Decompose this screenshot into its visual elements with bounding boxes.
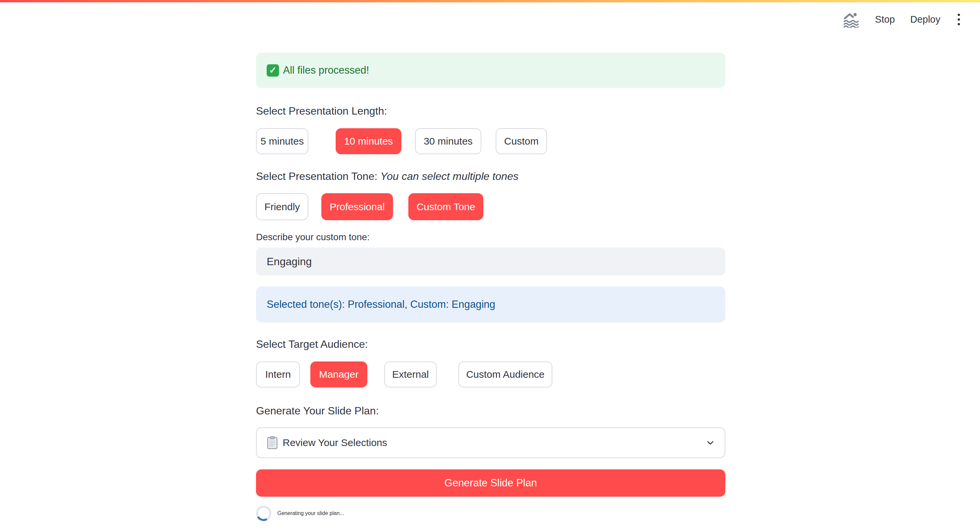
deploy-button[interactable]: Deploy (910, 14, 940, 25)
tone-options: Friendly Professional Custom Tone (256, 193, 725, 220)
check-icon: ✓ (267, 64, 279, 77)
spinner-text: Generating your slide plan... (277, 510, 344, 516)
length-option-30-minutes[interactable]: 30 minutes (415, 128, 481, 154)
length-option-5-minutes[interactable]: 5 minutes (256, 128, 308, 154)
tone-option-custom-tone[interactable]: Custom Tone (408, 193, 483, 220)
review-selections-expander[interactable]: Review Your Selections (256, 427, 725, 458)
clipboard-icon (267, 436, 278, 449)
kebab-menu-icon[interactable] (956, 12, 962, 27)
swimmer-icon (843, 11, 860, 28)
info-alert: Selected tone(s): Professional, Custom: … (256, 287, 725, 322)
audience-option-manager[interactable]: Manager (310, 361, 368, 387)
plan-label: Generate Your Slide Plan: (256, 403, 725, 418)
audience-option-external[interactable]: External (384, 361, 437, 387)
length-label: Select Presentation Length: (256, 103, 725, 119)
audience-label: Select Target Audience: (256, 336, 725, 352)
length-option-custom[interactable]: Custom (496, 128, 547, 154)
audience-options: Intern Manager External Custom Audience (256, 361, 725, 387)
spinner-icon (255, 504, 273, 523)
spinner-status: Generating your slide plan... (256, 504, 725, 523)
main-content: ✓ All files processed! Select Presentati… (256, 0, 725, 531)
chevron-down-icon (705, 437, 716, 449)
stop-button[interactable]: Stop (875, 14, 895, 25)
expander-label: Review Your Selections (283, 437, 387, 449)
success-alert: ✓ All files processed! (256, 52, 725, 88)
tone-option-professional[interactable]: Professional (321, 193, 393, 220)
custom-tone-label: Describe your custom tone: (256, 231, 725, 243)
generate-slide-plan-button[interactable]: Generate Slide Plan (256, 469, 725, 497)
tone-label: Select Presentation Tone: You can select… (256, 168, 725, 184)
audience-option-intern[interactable]: Intern (256, 361, 300, 387)
length-option-10-minutes[interactable]: 10 minutes (336, 128, 401, 154)
tone-label-note: You can select multiple tones (380, 170, 518, 182)
length-options: 5 minutes 10 minutes 30 minutes Custom (256, 128, 725, 154)
tone-label-text: Select Presentation Tone: (256, 170, 377, 182)
info-text: Selected tone(s): Professional, Custom: … (267, 298, 495, 311)
custom-tone-input[interactable] (256, 247, 725, 276)
success-text: All files processed! (283, 64, 369, 76)
audience-option-custom-audience[interactable]: Custom Audience (458, 361, 552, 387)
app-toolbar: Stop Deploy (843, 9, 962, 30)
tone-option-friendly[interactable]: Friendly (256, 193, 308, 220)
